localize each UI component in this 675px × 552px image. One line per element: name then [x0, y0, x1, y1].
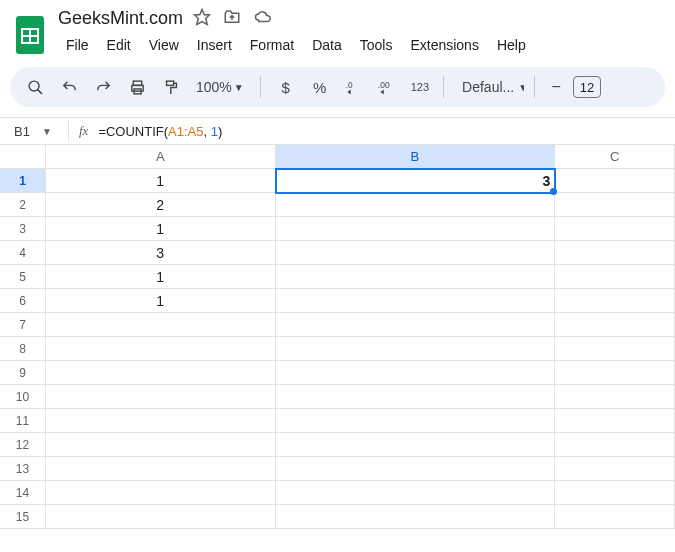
cell-A11[interactable]	[46, 409, 276, 433]
cell-C5[interactable]	[555, 265, 675, 289]
document-title[interactable]: GeeksMint.com	[58, 8, 183, 29]
menu-format[interactable]: Format	[242, 33, 302, 57]
svg-text:.0: .0	[345, 80, 352, 90]
cell-A8[interactable]	[46, 337, 276, 361]
row-header[interactable]: 5	[0, 265, 46, 289]
column-header-A[interactable]: A	[46, 145, 276, 168]
menu-extensions[interactable]: Extensions	[402, 33, 486, 57]
name-box[interactable]: B1 ▼	[0, 124, 58, 139]
cell-A10[interactable]	[46, 385, 276, 409]
row-header[interactable]: 7	[0, 313, 46, 337]
zoom-select[interactable]: 100% ▼	[190, 79, 250, 95]
decrease-decimal-button[interactable]: .0	[339, 72, 369, 102]
row-header[interactable]: 3	[0, 217, 46, 241]
search-icon[interactable]	[20, 72, 50, 102]
row-header[interactable]: 10	[0, 385, 46, 409]
sheets-logo[interactable]	[12, 13, 48, 57]
cell-C1[interactable]	[555, 169, 675, 193]
cell-B1[interactable]: 3	[276, 169, 556, 193]
cell-A7[interactable]	[46, 313, 276, 337]
row-header[interactable]: 2	[0, 193, 46, 217]
column-header-B[interactable]: B	[276, 145, 556, 168]
row-header[interactable]: 4	[0, 241, 46, 265]
move-icon[interactable]	[223, 8, 241, 29]
cell-A15[interactable]	[46, 505, 276, 529]
cell-B12[interactable]	[276, 433, 556, 457]
name-box-value: B1	[14, 124, 30, 139]
row-header[interactable]: 13	[0, 457, 46, 481]
cell-A13[interactable]	[46, 457, 276, 481]
decrease-font-size-button[interactable]: −	[545, 76, 567, 98]
cell-C3[interactable]	[555, 217, 675, 241]
cell-B8[interactable]	[276, 337, 556, 361]
star-icon[interactable]	[193, 8, 211, 29]
print-icon[interactable]	[122, 72, 152, 102]
cell-B7[interactable]	[276, 313, 556, 337]
row-header[interactable]: 1	[0, 169, 46, 193]
currency-format-button[interactable]: $	[271, 72, 301, 102]
cell-A14[interactable]	[46, 481, 276, 505]
row-header[interactable]: 6	[0, 289, 46, 313]
paint-format-icon[interactable]	[156, 72, 186, 102]
row-header[interactable]: 8	[0, 337, 46, 361]
cell-B9[interactable]	[276, 361, 556, 385]
cell-B5[interactable]	[276, 265, 556, 289]
cell-A12[interactable]	[46, 433, 276, 457]
row-header[interactable]: 14	[0, 481, 46, 505]
cell-B15[interactable]	[276, 505, 556, 529]
cell-A1[interactable]: 1	[46, 169, 276, 193]
cell-C13[interactable]	[555, 457, 675, 481]
column-header-C[interactable]: C	[555, 145, 675, 168]
percent-format-button[interactable]: %	[305, 72, 335, 102]
cell-C15[interactable]	[555, 505, 675, 529]
cell-B4[interactable]	[276, 241, 556, 265]
menu-data[interactable]: Data	[304, 33, 350, 57]
increase-decimal-button[interactable]: .00	[373, 72, 403, 102]
svg-point-5	[29, 81, 39, 91]
row-header[interactable]: 15	[0, 505, 46, 529]
cell-B11[interactable]	[276, 409, 556, 433]
cell-A9[interactable]	[46, 361, 276, 385]
toolbar: 100% ▼ $ % .0 .00 123 Defaul... ▼ − 12	[10, 67, 665, 107]
redo-icon[interactable]	[88, 72, 118, 102]
cell-C9[interactable]	[555, 361, 675, 385]
cell-C4[interactable]	[555, 241, 675, 265]
cell-C2[interactable]	[555, 193, 675, 217]
cell-C6[interactable]	[555, 289, 675, 313]
font-size-input[interactable]: 12	[573, 76, 601, 98]
cell-C14[interactable]	[555, 481, 675, 505]
cell-B6[interactable]	[276, 289, 556, 313]
undo-icon[interactable]	[54, 72, 84, 102]
menu-edit[interactable]: Edit	[99, 33, 139, 57]
row-header[interactable]: 9	[0, 361, 46, 385]
cell-A2[interactable]: 2	[46, 193, 276, 217]
cell-A4[interactable]: 3	[46, 241, 276, 265]
cell-C11[interactable]	[555, 409, 675, 433]
menu-insert[interactable]: Insert	[189, 33, 240, 57]
cell-A5[interactable]: 1	[46, 265, 276, 289]
cell-B10[interactable]	[276, 385, 556, 409]
cell-A6[interactable]: 1	[46, 289, 276, 313]
menu-view[interactable]: View	[141, 33, 187, 57]
cloud-status-icon[interactable]	[253, 8, 273, 29]
formula-bar[interactable]: =COUNTIF(A1:A5, 1)	[98, 124, 222, 139]
cell-B3[interactable]	[276, 217, 556, 241]
font-family-select[interactable]: Defaul... ▼	[454, 79, 524, 95]
cell-C12[interactable]	[555, 433, 675, 457]
cell-B2[interactable]	[276, 193, 556, 217]
cell-C7[interactable]	[555, 313, 675, 337]
row-header[interactable]: 11	[0, 409, 46, 433]
number-format-button[interactable]: 123	[407, 81, 433, 93]
cell-B13[interactable]	[276, 457, 556, 481]
row-header[interactable]: 12	[0, 433, 46, 457]
cell-B14[interactable]	[276, 481, 556, 505]
cell-C10[interactable]	[555, 385, 675, 409]
cell-A3[interactable]: 1	[46, 217, 276, 241]
menu-file[interactable]: File	[58, 33, 97, 57]
cell-C8[interactable]	[555, 337, 675, 361]
select-all-corner[interactable]	[0, 145, 46, 168]
chevron-down-icon: ▼	[518, 82, 524, 93]
menu-help[interactable]: Help	[489, 33, 534, 57]
menu-tools[interactable]: Tools	[352, 33, 401, 57]
chevron-down-icon: ▼	[234, 82, 244, 93]
